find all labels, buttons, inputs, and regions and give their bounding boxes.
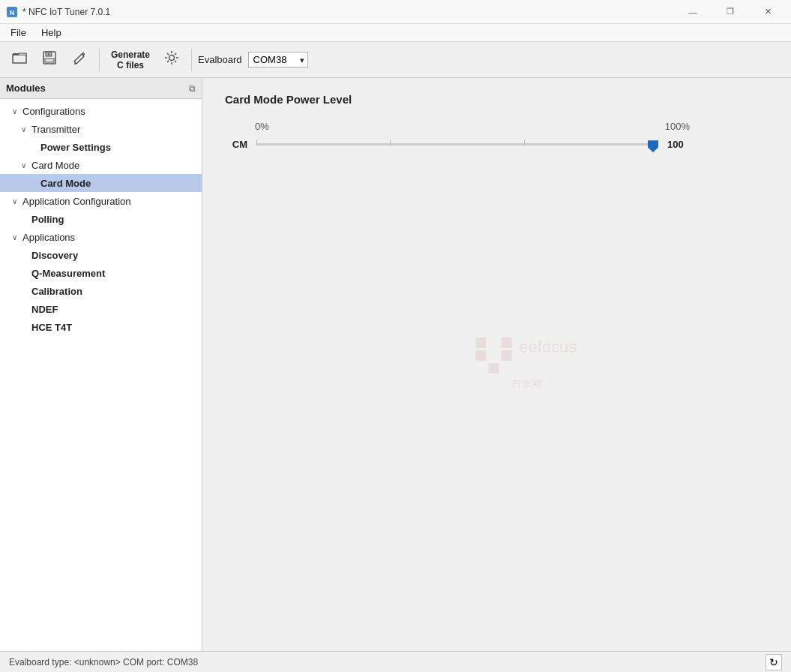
ndef-label: NDEF <box>31 304 58 315</box>
wm-cell <box>488 338 499 348</box>
card-mode-parent-label: Card Mode <box>31 160 79 171</box>
sidebar: Modules ⧉ ∨ Configurations ∨ Transmitter… <box>0 78 202 651</box>
configurations-label: Configurations <box>22 106 85 117</box>
watermark-subtext: 与非网 <box>511 378 542 392</box>
tick-2 <box>524 140 525 146</box>
refresh-icon: ↻ <box>769 656 778 668</box>
app-config-arrow: ∨ <box>12 197 21 206</box>
applications-label: Applications <box>22 232 75 243</box>
slider-value: 100 <box>667 139 690 150</box>
window-title: * NFC IoT Tuner 7.0.1 <box>22 7 671 17</box>
generate-label-line1: Generate <box>111 50 150 60</box>
watermark: eefocus 与非网 <box>475 338 577 392</box>
sidebar-item-ndef[interactable]: NDEF <box>0 300 202 318</box>
transmitter-arrow: ∨ <box>21 125 30 134</box>
wm-cell <box>488 363 499 374</box>
discovery-label: Discovery <box>31 250 78 261</box>
configurations-arrow: ∨ <box>12 107 21 116</box>
wm-cell <box>501 363 511 374</box>
slider-thumb-icon <box>648 136 658 152</box>
wm-cell <box>475 350 486 361</box>
edit-button[interactable] <box>66 46 93 74</box>
slider-label-left: 0% <box>255 121 269 132</box>
status-bar: Evalboard type: <unknown> COM port: COM3… <box>0 651 791 672</box>
edit-icon <box>71 50 88 70</box>
slider-track-wrap <box>256 136 658 152</box>
polling-label: Polling <box>31 214 64 225</box>
settings-button[interactable] <box>158 46 185 74</box>
polling-arrow <box>21 215 30 224</box>
watermark-text-ee: eefocus <box>519 338 577 374</box>
slider-thumb[interactable] <box>648 136 658 152</box>
tick-0 <box>256 140 257 146</box>
sidebar-item-hce-t4t[interactable]: HCE T4T <box>0 318 202 336</box>
status-right: ↻ <box>766 654 782 670</box>
title-bar: N * NFC IoT Tuner 7.0.1 — ❐ ✕ <box>0 0 791 24</box>
menu-file[interactable]: File <box>3 26 34 40</box>
open-button[interactable] <box>6 46 33 74</box>
power-settings-arrow <box>30 143 39 152</box>
menu-help[interactable]: Help <box>34 26 69 40</box>
sidebar-item-power-settings[interactable]: Power Settings <box>0 138 202 156</box>
slider-thumb-wrap[interactable] <box>648 136 658 152</box>
watermark-logo: eefocus <box>475 338 577 374</box>
sidebar-item-applications[interactable]: ∨ Applications <box>0 228 202 246</box>
tick-1 <box>390 140 391 146</box>
sidebar-tree: ∨ Configurations ∨ Transmitter Power Set… <box>0 99 202 339</box>
com-port-select[interactable]: COM38 COM1 COM2 COM3 <box>248 52 308 68</box>
toolbar: Generate C files Evalboard COM38 COM1 CO… <box>0 42 791 78</box>
close-button[interactable]: ✕ <box>751 0 785 24</box>
refresh-button[interactable]: ↻ <box>766 654 782 670</box>
menu-bar: File Help <box>0 24 791 42</box>
wm-cell <box>501 350 511 361</box>
generate-label-line2: C files <box>117 60 144 70</box>
ndef-arrow <box>21 305 30 314</box>
wm-cell <box>488 350 499 361</box>
power-settings-label: Power Settings <box>40 142 111 153</box>
slider-section: 0% 100% CM <box>225 121 690 152</box>
sidebar-item-transmitter[interactable]: ∨ Transmitter <box>0 120 202 138</box>
save-icon <box>41 50 58 70</box>
discovery-arrow <box>21 251 30 260</box>
slider-label-right: 100% <box>665 121 690 132</box>
evalboard-label: Evalboard <box>198 54 242 65</box>
sidebar-item-q-measurement[interactable]: Q-Measurement <box>0 264 202 282</box>
modules-label: Modules <box>6 82 46 94</box>
generate-c-files-button[interactable]: Generate C files <box>106 46 155 74</box>
com-port-select-wrap: COM38 COM1 COM2 COM3 <box>248 52 308 68</box>
app-config-label: Application Configuration <box>22 196 131 207</box>
minimize-button[interactable]: — <box>676 0 710 24</box>
watermark-grid <box>475 338 511 374</box>
sidebar-item-calibration[interactable]: Calibration <box>0 282 202 300</box>
window-controls: — ❐ ✕ <box>676 0 785 24</box>
calibration-label: Calibration <box>31 286 82 297</box>
hce-t4t-arrow <box>21 323 30 332</box>
slider-ticks <box>256 142 658 146</box>
svg-rect-5 <box>45 58 54 62</box>
sidebar-item-discovery[interactable]: Discovery <box>0 246 202 264</box>
hce-t4t-label: HCE T4T <box>31 322 72 333</box>
open-icon <box>11 50 28 70</box>
calibration-arrow <box>21 287 30 296</box>
gear-icon <box>163 50 180 70</box>
sidebar-item-card-mode[interactable]: Card Mode <box>0 174 202 192</box>
q-measurement-arrow <box>21 269 30 278</box>
sidebar-item-polling[interactable]: Polling <box>0 210 202 228</box>
app-icon: N <box>6 6 18 18</box>
content-title: Card Mode Power Level <box>225 93 769 106</box>
slider-row-cm: CM <box>225 136 690 152</box>
toolbar-separator <box>99 49 100 71</box>
sidebar-header: Modules ⧉ <box>0 78 202 99</box>
sidebar-item-application-configuration[interactable]: ∨ Application Configuration <box>0 192 202 210</box>
sidebar-item-configurations[interactable]: ∨ Configurations <box>0 102 202 120</box>
card-mode-parent-arrow: ∨ <box>21 161 30 170</box>
q-measurement-label: Q-Measurement <box>31 268 105 279</box>
sidebar-collapse-button[interactable]: ⧉ <box>189 83 196 94</box>
save-button[interactable] <box>36 46 63 74</box>
svg-rect-6 <box>48 52 49 56</box>
slider-track <box>256 143 658 146</box>
wm-cell <box>501 338 511 348</box>
card-mode-label: Card Mode <box>40 178 91 189</box>
restore-button[interactable]: ❐ <box>713 0 748 24</box>
sidebar-item-card-mode-parent[interactable]: ∨ Card Mode <box>0 156 202 174</box>
